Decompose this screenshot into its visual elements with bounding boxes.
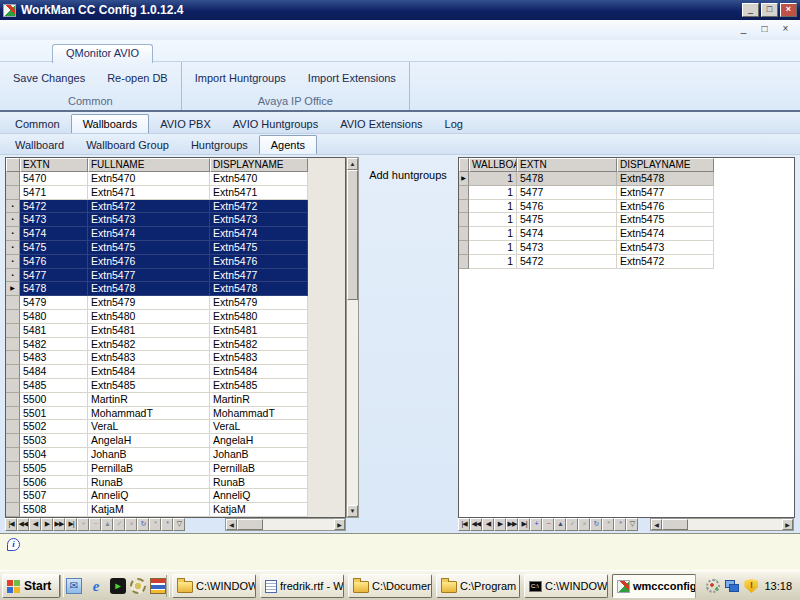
- column-header-extn[interactable]: EXTN: [20, 158, 88, 172]
- security-shield-icon[interactable]: !: [744, 579, 758, 593]
- nav-last-button[interactable]: ▶|: [518, 518, 530, 531]
- subtab-agents[interactable]: Agents: [259, 135, 317, 154]
- scroll-track[interactable]: [662, 519, 782, 530]
- taskbar-button-c-windows[interactable]: C:\C:\WINDOWS\...: [524, 574, 608, 598]
- mdi-minimize-button[interactable]: _: [737, 23, 750, 36]
- horizontal-scrollbar[interactable]: ◀▶: [225, 518, 346, 531]
- table-row[interactable]: 5505PernillaBPernillaB: [6, 462, 345, 476]
- table-row[interactable]: 5500MartinRMartinR: [6, 393, 345, 407]
- nav-next-button[interactable]: ▶: [41, 518, 53, 531]
- column-header-wallboard[interactable]: WALLBOARD: [469, 158, 517, 172]
- scroll-thumb[interactable]: [347, 170, 358, 300]
- save-changes-button[interactable]: Save Changes: [2, 68, 96, 88]
- import-huntgroups-button[interactable]: Import Huntgroups: [184, 68, 297, 88]
- nav-filter-button[interactable]: ▽: [626, 518, 638, 531]
- table-row[interactable]: 15477Extn5477: [459, 186, 794, 200]
- nav-prior-page-button[interactable]: ◀◀: [470, 518, 482, 531]
- horizontal-scrollbar[interactable]: ◀▶: [650, 518, 794, 531]
- nav-prior-button[interactable]: ◀: [482, 518, 494, 531]
- scroll-thumb[interactable]: [662, 519, 688, 530]
- table-row[interactable]: 5479Extn5479Extn5479: [6, 296, 345, 310]
- scroll-left-button[interactable]: ◀: [651, 519, 662, 530]
- table-row[interactable]: 5481Extn5481Extn5481: [6, 324, 345, 338]
- scroll-up-button[interactable]: ▲: [347, 158, 358, 170]
- table-row[interactable]: ▪5475Extn5475Extn5475: [6, 241, 345, 255]
- tab-log[interactable]: Log: [434, 115, 474, 133]
- internet-explorer-icon[interactable]: e: [88, 578, 104, 594]
- table-row[interactable]: 15474Extn5474: [459, 227, 794, 241]
- nav-cancel-button[interactable]: ×: [578, 518, 590, 531]
- column-header-displayname[interactable]: DISPLAYNAME: [210, 158, 308, 172]
- table-row[interactable]: 5508KatjaMKatjaM: [6, 503, 345, 517]
- close-button[interactable]: ×: [780, 3, 797, 17]
- table-row[interactable]: 5484Extn5484Extn5484: [6, 365, 345, 379]
- scroll-track[interactable]: [237, 519, 334, 530]
- table-row[interactable]: ▪5473Extn5473Extn5473: [6, 213, 345, 227]
- nav-post-button[interactable]: ✓: [113, 518, 125, 531]
- mdi-close-button[interactable]: ×: [779, 23, 792, 36]
- nav-next-page-button[interactable]: ▶▶: [506, 518, 518, 531]
- extensions-grid[interactable]: EXTNFULLNAMEDISPLAYNAME5470Extn5470Extn5…: [5, 157, 346, 518]
- nav-refresh-button[interactable]: ↻: [137, 518, 149, 531]
- table-row[interactable]: ▪5476Extn5476Extn5476: [6, 255, 345, 269]
- table-row[interactable]: 5507AnneliQAnneliQ: [6, 489, 345, 503]
- mdi-restore-button[interactable]: □: [758, 23, 771, 36]
- column-header-fullname[interactable]: FULLNAME: [88, 158, 210, 172]
- table-row[interactable]: 5501MohammadTMohammadT: [6, 407, 345, 421]
- nav-save-bookmark-button[interactable]: *: [149, 518, 161, 531]
- agent-activity-icon[interactable]: [706, 579, 720, 593]
- nav-first-button[interactable]: |◀: [5, 518, 17, 531]
- tab-avio-huntgroups[interactable]: AVIO Huntgroups: [222, 115, 329, 133]
- scroll-down-button[interactable]: ▼: [347, 505, 358, 517]
- nav-save-bookmark-button[interactable]: *: [602, 518, 614, 531]
- scroll-thumb[interactable]: [237, 519, 263, 530]
- gears-utility-icon[interactable]: [130, 578, 146, 594]
- nav-edit-button[interactable]: ▲: [554, 518, 566, 531]
- ribbon-tab-qmonitor-avio[interactable]: QMonitor AVIO: [52, 44, 153, 63]
- table-row[interactable]: 15473Extn5473: [459, 241, 794, 255]
- tab-avio-extensions[interactable]: AVIO Extensions: [329, 115, 433, 133]
- table-row[interactable]: 5504JohanBJohanB: [6, 448, 345, 462]
- outlook-express-icon[interactable]: ✉: [66, 578, 82, 594]
- re-open-db-button[interactable]: Re-open DB: [96, 68, 179, 88]
- scroll-left-button[interactable]: ◀: [226, 519, 237, 530]
- nav-insert-button[interactable]: +: [77, 518, 89, 531]
- taskbar-button-c-windows[interactable]: C:\WINDOWS\...: [172, 574, 256, 598]
- help-books-icon[interactable]: [150, 578, 166, 594]
- table-row[interactable]: 5471Extn5471Extn5471: [6, 186, 345, 200]
- table-row[interactable]: ▪5472Extn5472Extn5472: [6, 200, 345, 214]
- nav-post-button[interactable]: ✓: [566, 518, 578, 531]
- green-media-app-icon[interactable]: ▸: [110, 578, 126, 594]
- taskbar-button-fredrik-rtf-w[interactable]: fredrik.rtf - W...: [260, 574, 344, 598]
- table-row[interactable]: 15475Extn5475: [459, 213, 794, 227]
- table-row[interactable]: 5503AngelaHAngelaH: [6, 434, 345, 448]
- column-header-displayname[interactable]: DISPLAYNAME: [617, 158, 714, 172]
- taskbar-button-c-documents[interactable]: C:\Documents ...: [348, 574, 432, 598]
- nav-prior-page-button[interactable]: ◀◀: [17, 518, 29, 531]
- nav-first-button[interactable]: |◀: [458, 518, 470, 531]
- subtab-wallboard[interactable]: Wallboard: [4, 136, 75, 154]
- table-row[interactable]: 5482Extn5482Extn5482: [6, 338, 345, 352]
- tab-common[interactable]: Common: [4, 115, 71, 133]
- column-header-extn[interactable]: EXTN: [517, 158, 617, 172]
- table-row[interactable]: ▶5478Extn5478Extn5478: [6, 282, 345, 296]
- nav-goto-bookmark-button[interactable]: *: [161, 518, 173, 531]
- scroll-right-button[interactable]: ▶: [782, 519, 793, 530]
- nav-refresh-button[interactable]: ↻: [590, 518, 602, 531]
- import-extensions-button[interactable]: Import Extensions: [297, 68, 407, 88]
- subtab-huntgroups[interactable]: Huntgroups: [180, 136, 259, 154]
- nav-delete-button[interactable]: −: [542, 518, 554, 531]
- table-row[interactable]: ▪5474Extn5474Extn5474: [6, 227, 345, 241]
- table-row[interactable]: 5506RunaBRunaB: [6, 476, 345, 490]
- taskbar-button-c-program-fil[interactable]: C:\Program Fil...: [436, 574, 520, 598]
- subtab-wallboard-group[interactable]: Wallboard Group: [75, 136, 180, 154]
- maximize-button[interactable]: □: [761, 3, 778, 17]
- nav-last-button[interactable]: ▶|: [65, 518, 77, 531]
- table-row[interactable]: 5485Extn5485Extn5485: [6, 379, 345, 393]
- taskbar-button-wmccconfig[interactable]: wmccconfig: [612, 574, 696, 598]
- table-row[interactable]: 15476Extn5476: [459, 200, 794, 214]
- nav-next-page-button[interactable]: ▶▶: [53, 518, 65, 531]
- nav-filter-button[interactable]: ▽: [173, 518, 185, 531]
- table-row[interactable]: 5480Extn5480Extn5480: [6, 310, 345, 324]
- nav-delete-button[interactable]: −: [89, 518, 101, 531]
